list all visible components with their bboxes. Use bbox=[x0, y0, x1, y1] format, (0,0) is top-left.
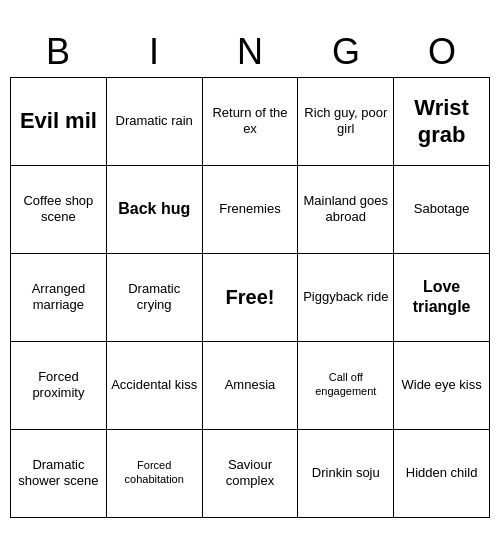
bingo-cell-20[interactable]: Dramatic shower scene bbox=[11, 430, 107, 518]
bingo-cell-23[interactable]: Drinkin soju bbox=[298, 430, 394, 518]
bingo-cell-22[interactable]: Saviour complex bbox=[203, 430, 299, 518]
bingo-cell-7[interactable]: Frenemies bbox=[203, 166, 299, 254]
bingo-cell-15[interactable]: Forced proximity bbox=[11, 342, 107, 430]
bingo-cell-2[interactable]: Return of the ex bbox=[203, 78, 299, 166]
bingo-cell-0[interactable]: Evil mil bbox=[11, 78, 107, 166]
bingo-cell-13[interactable]: Piggyback ride bbox=[298, 254, 394, 342]
bingo-cell-8[interactable]: Mainland goes abroad bbox=[298, 166, 394, 254]
bingo-cell-24[interactable]: Hidden child bbox=[394, 430, 490, 518]
bingo-cell-9[interactable]: Sabotage bbox=[394, 166, 490, 254]
header-o: O bbox=[394, 27, 490, 77]
bingo-cell-3[interactable]: Rich guy, poor girl bbox=[298, 78, 394, 166]
header-b: B bbox=[10, 27, 106, 77]
bingo-grid: Evil milDramatic rainReturn of the exRic… bbox=[10, 77, 490, 518]
bingo-cell-16[interactable]: Accidental kiss bbox=[107, 342, 203, 430]
header-g: G bbox=[298, 27, 394, 77]
header-i: I bbox=[106, 27, 202, 77]
bingo-cell-11[interactable]: Dramatic crying bbox=[107, 254, 203, 342]
bingo-card: B I N G O Evil milDramatic rainReturn of… bbox=[10, 27, 490, 518]
bingo-cell-10[interactable]: Arranged marriage bbox=[11, 254, 107, 342]
bingo-cell-6[interactable]: Back hug bbox=[107, 166, 203, 254]
bingo-cell-12[interactable]: Free! bbox=[203, 254, 299, 342]
bingo-cell-18[interactable]: Call off engagement bbox=[298, 342, 394, 430]
bingo-cell-5[interactable]: Coffee shop scene bbox=[11, 166, 107, 254]
bingo-header: B I N G O bbox=[10, 27, 490, 77]
bingo-cell-4[interactable]: Wrist grab bbox=[394, 78, 490, 166]
bingo-cell-19[interactable]: Wide eye kiss bbox=[394, 342, 490, 430]
bingo-cell-17[interactable]: Amnesia bbox=[203, 342, 299, 430]
bingo-cell-1[interactable]: Dramatic rain bbox=[107, 78, 203, 166]
header-n: N bbox=[202, 27, 298, 77]
bingo-cell-14[interactable]: Love triangle bbox=[394, 254, 490, 342]
bingo-cell-21[interactable]: Forced cohabitation bbox=[107, 430, 203, 518]
